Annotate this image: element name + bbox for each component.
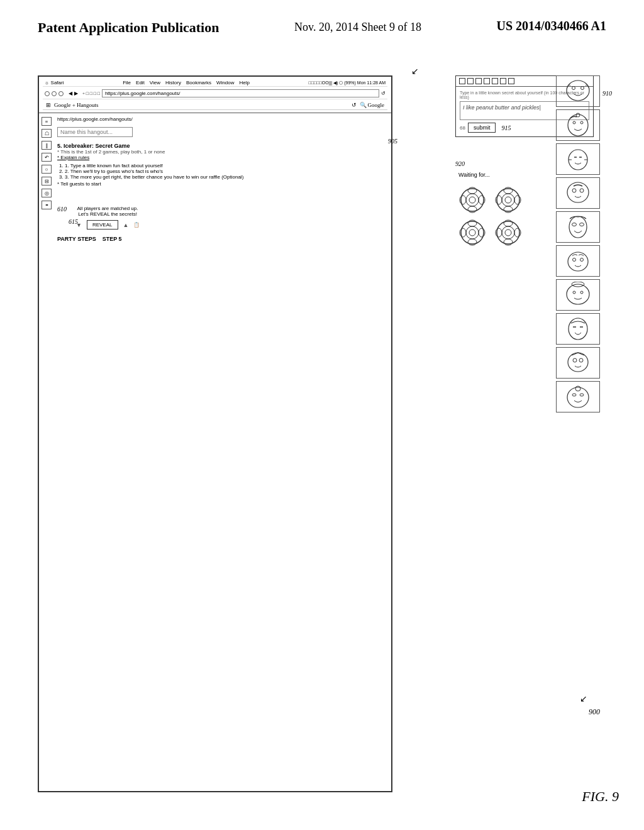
browser-main-content: https://plus.google.com/hangouts/ 905 5.… (54, 113, 391, 245)
forward-btn[interactable]: ▶ (74, 91, 78, 96)
svg-point-14 (461, 221, 484, 244)
refresh-icon[interactable]: ↺ (352, 102, 357, 108)
refresh-btn[interactable]: ↺ (381, 91, 386, 96)
close-btn[interactable] (45, 91, 50, 96)
submit-button[interactable]: submit (468, 123, 496, 133)
ref-900-arrow: ↙ (580, 694, 587, 704)
menu-window[interactable]: Window (216, 80, 234, 86)
checkbox-6[interactable] (500, 78, 506, 84)
step-3: 3. The more you get right, the better ch… (65, 174, 388, 180)
step-1: 1. Type a little known fun fact about yo… (65, 163, 388, 169)
address-bar[interactable] (102, 89, 379, 97)
svg-point-55 (580, 394, 584, 396)
step5-label: STEP 5 (103, 236, 122, 242)
ref-610: 610 (57, 206, 67, 213)
svg-point-36 (567, 182, 589, 202)
svg-point-46 (573, 291, 575, 294)
svg-point-40 (572, 223, 576, 226)
avatar-3 (556, 143, 600, 175)
rose-icon-1 (455, 184, 490, 216)
checkbox-1[interactable] (459, 78, 465, 84)
reveal-row: ▼ REVEAL ▲ 📋 (76, 220, 388, 230)
steps-footer: PARTY STEPS STEP 5 (57, 236, 388, 242)
sidebar-icon-4[interactable]: ↶ (42, 153, 52, 162)
google-label: Google (368, 102, 385, 108)
svg-point-9 (505, 197, 511, 203)
fig-label: FIG. 9 (582, 788, 619, 805)
all-players-text: All players are matched up. Let's REVEAL… (76, 206, 139, 217)
menu-file[interactable]: File (123, 80, 131, 86)
face-svg-4 (561, 180, 596, 206)
checkbox-5[interactable] (492, 78, 498, 84)
reveal-button[interactable]: REVEAL (87, 220, 118, 230)
menu-edit[interactable]: Edit (136, 80, 145, 86)
safari-icon: ☼ Safari (45, 80, 64, 86)
svg-point-47 (580, 291, 583, 294)
menu-view[interactable]: View (150, 80, 160, 86)
avatar-1 (556, 75, 600, 107)
svg-point-30 (580, 87, 584, 90)
svg-point-54 (572, 394, 576, 396)
sidebar-icon-7[interactable]: ◎ (42, 189, 52, 197)
system-status: □□□□□OO||| ◀) ⬡ (99%) Mon 11:28 AM (309, 80, 386, 86)
up-arrow-icon: ▲ (123, 222, 129, 228)
ref-920: 920 (455, 160, 465, 167)
sidebar-icon-1[interactable]: ≡ (42, 117, 52, 126)
svg-point-38 (580, 189, 584, 192)
bookmark-icon: ⊞ (46, 102, 51, 108)
svg-point-29 (572, 87, 575, 90)
tell-guests: * Tell guests to start (57, 181, 388, 187)
char-count: 68 (460, 125, 465, 131)
svg-point-0 (461, 189, 484, 211)
sidebar-icon-2[interactable]: ☖ (42, 129, 52, 138)
svg-point-34 (576, 113, 580, 117)
game-title: Icebreaker: Secret Game (64, 143, 130, 149)
search-bar[interactable]: 🔍 Google (360, 102, 385, 108)
maximize-btn[interactable] (58, 91, 64, 96)
sidebar-icon-6[interactable]: ⊟ (42, 177, 52, 185)
svg-point-39 (569, 216, 587, 238)
google-hangouts-bookmark[interactable]: Google + Hangouts (54, 102, 99, 108)
svg-point-16 (469, 230, 475, 236)
explain-rules-link[interactable]: * Explain rules (57, 155, 388, 160)
back-btn[interactable]: ◀ (69, 91, 72, 96)
browser-panel: ☼ Safari File Edit View History Bookmark… (38, 75, 392, 792)
sidebar-icon-3[interactable]: ||| (42, 141, 52, 150)
avatar-4 (556, 177, 600, 209)
svg-point-41 (579, 223, 584, 226)
svg-point-23 (505, 230, 511, 236)
url-display: https://plus.google.com/hangouts/ (57, 116, 388, 122)
main-content: ☼ Safari File Edit View History Bookmark… (38, 75, 606, 792)
checkbox-7[interactable] (508, 78, 514, 84)
avatar-10 (556, 381, 600, 412)
top-arrow: ↙ (411, 66, 419, 77)
menu-history[interactable]: History (165, 80, 181, 86)
patent-title: Patent Application Publication (38, 19, 219, 37)
game-note: * This is the 1st of 2 games, play both,… (57, 149, 388, 155)
checkbox-2[interactable] (467, 78, 474, 84)
checkbox-4[interactable] (484, 78, 490, 84)
patent-header: Patent Application Publication Nov. 20, … (0, 19, 644, 37)
menu-bookmarks[interactable]: Bookmarks (186, 80, 211, 86)
svg-point-8 (502, 194, 514, 206)
patent-number: US 2014/0340466 A1 (497, 19, 606, 33)
party-section: 610 615 All players are matched up. Let'… (57, 206, 388, 242)
menu-help[interactable]: Help (239, 80, 249, 86)
steps-list: 1. Type a little known fun fact about yo… (65, 163, 388, 180)
page-container: Patent Application Publication Nov. 20, … (0, 0, 644, 830)
face-svg-2 (561, 112, 596, 138)
face-svg-1 (561, 78, 596, 104)
hangout-name-input[interactable] (57, 127, 133, 137)
checkbox-3[interactable] (475, 78, 482, 84)
ref-905: 905 (388, 138, 397, 145)
sidebar-icon-5[interactable]: ○ (42, 165, 52, 174)
search-icon: 🔍 (360, 102, 367, 108)
sidebar-icon-8[interactable]: •• (42, 201, 52, 209)
svg-point-50 (568, 353, 588, 372)
waiting-section: 920 Waiting for... (455, 157, 531, 248)
minimize-btn[interactable] (52, 91, 57, 96)
svg-point-22 (502, 226, 514, 239)
tab-indicators: + □ □ □ □ (82, 91, 100, 96)
ref-915: 915 (501, 124, 511, 131)
svg-point-2 (469, 197, 475, 203)
